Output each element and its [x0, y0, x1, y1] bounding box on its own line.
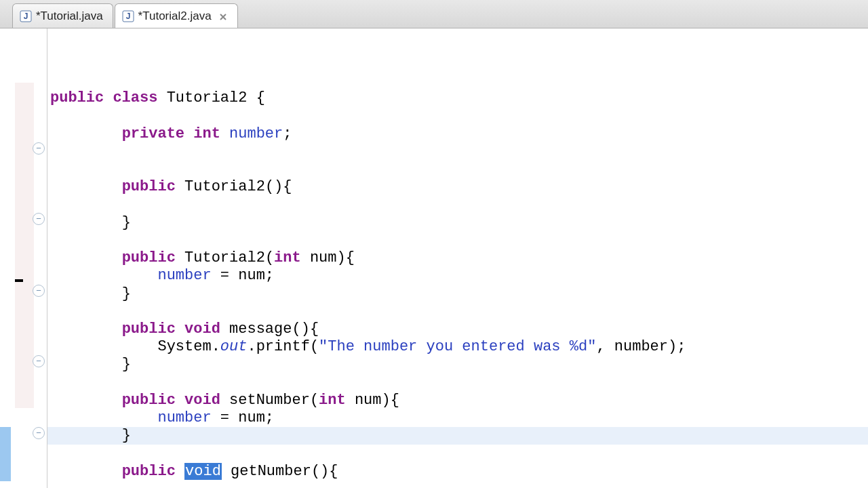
- svg-text:J: J: [125, 12, 130, 21]
- selected-text: void: [184, 463, 222, 480]
- code-line: }: [50, 214, 131, 231]
- code-line: private int number;: [50, 125, 292, 142]
- tab-tutorial2[interactable]: J *Tutorial2.java: [115, 3, 238, 28]
- gutter: − − − − −: [0, 28, 47, 488]
- code-line: public class Tutorial2 {: [50, 89, 265, 106]
- code-line: [50, 143, 59, 160]
- code-line: }: [50, 356, 131, 373]
- close-icon[interactable]: [218, 12, 228, 21]
- code-line: [50, 161, 59, 178]
- tab-bar: J *Tutorial.java J *Tutorial2.java: [0, 0, 868, 28]
- code-line: public void setNumber(int num){: [50, 392, 399, 409]
- code-line: public Tutorial2(int num){: [50, 249, 355, 266]
- code-line: [50, 445, 59, 462]
- code-line: System.out.printf("The number you entere…: [50, 338, 686, 355]
- code-line: [50, 481, 59, 488]
- code-line: [50, 108, 59, 125]
- svg-text:J: J: [24, 12, 28, 21]
- fold-toggle[interactable]: −: [33, 427, 45, 439]
- code-line: [50, 232, 59, 249]
- fold-toggle[interactable]: −: [33, 355, 45, 367]
- code-line: number = num;: [50, 267, 274, 284]
- tab-tutorial[interactable]: J *Tutorial.java: [12, 3, 113, 28]
- current-line-highlight: [47, 427, 868, 445]
- code-line: number = num;: [50, 409, 274, 426]
- code-line: public void message(){: [50, 321, 319, 338]
- code-line: [50, 374, 59, 391]
- fold-toggle[interactable]: −: [33, 213, 45, 225]
- code-line: [50, 303, 59, 320]
- caret-marker: [15, 279, 23, 282]
- change-highlight: [0, 427, 11, 481]
- fold-toggle[interactable]: −: [33, 142, 45, 155]
- code-line: [50, 197, 59, 214]
- java-file-icon: J: [20, 10, 32, 22]
- code-area[interactable]: public class Tutorial2 { private int num…: [47, 28, 868, 488]
- code-line: }: [50, 427, 131, 444]
- code-line: public void getNumber(){: [50, 463, 338, 480]
- tab-label: *Tutorial.java: [36, 9, 103, 23]
- java-file-icon: J: [122, 10, 134, 22]
- marker-bar: [0, 28, 11, 488]
- code-line: public Tutorial2(){: [50, 178, 292, 195]
- change-ruler: [15, 83, 34, 408]
- code-editor[interactable]: − − − − − public class Tutorial2 { priva…: [0, 28, 868, 488]
- fold-toggle[interactable]: −: [33, 285, 45, 297]
- tab-label: *Tutorial2.java: [138, 9, 212, 23]
- code-line: }: [50, 285, 131, 302]
